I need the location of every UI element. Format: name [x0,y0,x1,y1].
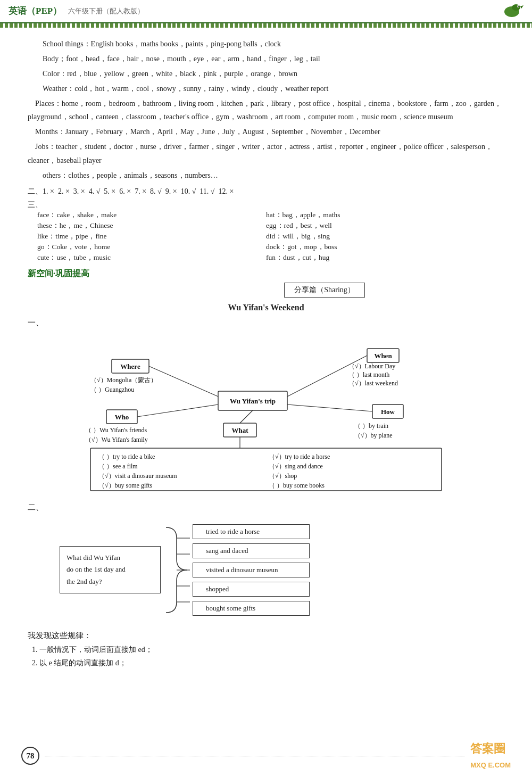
svg-point-4 [518,6,519,7]
stripe-bar [0,23,532,28]
rule-2: 2. 以 e 结尾的动词直接加 d； [32,656,504,670]
svg-text:（√）try to ride a horse: （√）try to ride a horse [269,453,330,460]
svg-text:What: What [231,426,248,434]
main-content: School things：English books，maths books，… [0,28,532,679]
svg-text:Where: Where [120,362,140,370]
vocab-weather: Weather：cold，hot，warm，cool，snowy，sunny，r… [28,82,504,96]
svg-text:Who: Who [115,413,129,421]
svg-text:（√）sing and dance: （√）sing and dance [269,463,323,470]
svg-text:（√）visit a dinosaur museum: （√）visit a dinosaur museum [98,472,177,480]
mindmap-svg: Wu Yifan's trip Where When Who What How [59,330,473,495]
svg-text:（  ）by train: （ ）by train [354,422,388,430]
vocab-jobs: Jobs：teacher，student，doctor，nurse，driver… [28,140,504,168]
svg-line-21 [287,404,372,411]
vocab-months: Months：January，February，March，April，May，… [28,125,504,139]
section-two-answers: 二、1. × 2. × 3. × 4. √ 5. × 6. × 7. × 8. … [28,185,504,199]
svg-point-1 [512,4,520,11]
sharing-box: 分享篇（Sharing） [284,283,365,298]
section-er-label: 二、 [28,502,504,513]
footer-dots [45,756,465,756]
svg-text:（  ）see a film: （ ）see a film [98,463,138,470]
answer-items: tried to ride a horse sang and daced vis… [193,524,310,616]
rules-section: 我发现这些规律： 1. 一般情况下，动词后面直接加 ed； 2. 以 e 结尾的… [28,631,504,670]
new-section-label: 新空间·巩固提高 [28,268,504,279]
bracket-svg [161,517,193,623]
header-subtitle: 六年级下册（配人教版） [68,6,144,16]
svg-text:（  ）last month: （ ）last month [348,371,389,378]
svg-line-18 [240,410,253,423]
rule-1: 1. 一般情况下，动词后面直接加 ed； [32,643,504,656]
vocab-school-things: School things：English books，maths books，… [28,37,504,51]
vocab-body: Body；foot，head，face，hair，nose，mouth，eye，… [28,52,504,66]
section2-question: What did Wu Yifando on the 1st day andth… [66,554,126,585]
svg-text:（√）Mongolia（蒙古）: （√）Mongolia（蒙古） [90,376,157,384]
answer-item-2: sang and daced [193,543,310,558]
rules-title: 我发现这些规律： [28,631,504,641]
answer-item-3: visited a dinosaur museun [193,563,310,577]
watermark: 答案圈MXQ E.COM [470,741,511,771]
page-number: 78 [21,747,39,765]
page-header: 英语（PEP） 六年级下册（配人教版） [0,0,532,23]
svg-text:（√）last weekend: （√）last weekend [348,379,398,387]
header-title: 英语（PEP） [9,5,62,17]
svg-text:When: When [374,352,392,360]
svg-text:（  ）Wu Yifan's friends: （ ）Wu Yifan's friends [85,426,147,434]
svg-line-15 [137,404,218,417]
answer-item-5: bought some gifts [193,601,310,616]
mindmap-title: Wu Yifan's Weekend [28,303,504,312]
svg-line-9 [149,366,218,397]
section-yi-label: 一、 [28,318,504,328]
logo-icon [500,1,523,21]
svg-text:How: How [381,408,395,416]
svg-text:（  ）try to ride a bike: （ ）try to ride a bike [98,453,155,460]
answer-item-4: shopped [193,582,310,597]
svg-text:Wu Yifan's trip: Wu Yifan's trip [230,397,276,405]
footer-bar: 78 答案圈MXQ E.COM [0,736,532,776]
section2-diagram: What did Wu Yifando on the 1st day andth… [60,517,504,623]
svg-text:（  ）buy some books: （ ）buy some books [269,482,325,489]
section-three: 三、 face：cake，shake，make hat：bag，apple，ma… [28,200,504,263]
svg-text:（√）shop: （√）shop [269,472,297,480]
svg-text:（√）by plane: （√）by plane [354,432,393,439]
vocab-others: others：clothes，people，animals，seasons，nu… [28,169,504,183]
page-wrapper: 英语（PEP） 六年级下册（配人教版） School things：Englis… [0,0,532,776]
vocab-places: Places：home，room，bedroom，bathroom，living… [28,97,504,125]
svg-marker-2 [520,5,523,9]
svg-text:（  ）Guangzhou: （ ）Guangzhou [90,386,134,393]
svg-text:（√）Labour Day: （√）Labour Day [348,362,395,370]
svg-text:（√）buy some gifts: （√）buy some gifts [98,482,153,489]
svg-text:（√）Wu Yifan's family: （√）Wu Yifan's family [85,436,148,443]
answer-item-1: tried to ride a horse [193,524,310,539]
vocab-color: Color：red，blue，yellow，green，white，black，… [28,67,504,81]
